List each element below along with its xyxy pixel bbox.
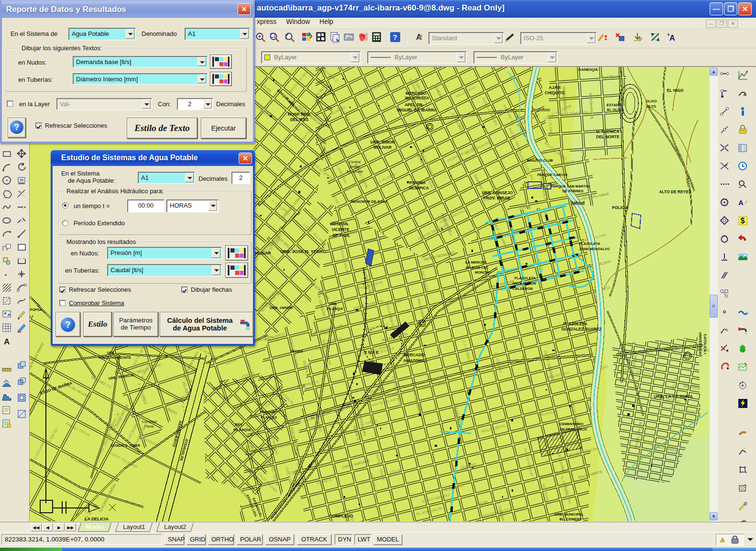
svg-text:LA DELICIA: LA DELICIA [85, 517, 109, 521]
svg-text:URB. LA VICTORIA: URB. LA VICTORIA [654, 394, 693, 399]
svg-text:IGLESIA CAT.: IGLESIA CAT. [466, 265, 489, 270]
svg-text:PLANQUI: PLANQUI [261, 415, 277, 419]
svg-text:AMAZONAS: AMAZONAS [403, 358, 427, 363]
svg-text:URB.: URB. [107, 351, 115, 354]
svg-text:MAYORISTA: MAYORISTA [405, 96, 429, 100]
svg-text:URB. SIMON: URB. SIMON [371, 140, 395, 144]
svg-text:PLAZOLETA: PLAZOLETA [579, 242, 601, 246]
svg-text:Complejo: Complejo [142, 419, 157, 424]
svg-text:PISCINA: PISCINA [409, 180, 426, 185]
svg-text:MONCHO: MONCHO [475, 270, 491, 275]
svg-text:BRAZOS CLUB: BRAZOS CLUB [527, 158, 553, 163]
svg-text:SECAN: SECAN [290, 349, 303, 353]
svg-text:APEL SN-: APEL SN- [405, 102, 424, 107]
svg-text:MERCADO: MERCADO [404, 353, 425, 357]
svg-text:PARQUE CARCHI: PARQUE CARCHI [537, 173, 568, 177]
svg-text:MERCADO: MERCADO [405, 91, 427, 96]
svg-text:Central: Central [349, 160, 361, 164]
svg-text:tahud: tahud [571, 200, 584, 206]
svg-text:EL HIGO: EL HIGO [667, 88, 684, 93]
svg-text:DE PORRES: DE PORRES [562, 189, 583, 193]
svg-text:POPSA: POPSA [30, 308, 42, 311]
svg-text:DEL NORTE: DEL NORTE [596, 134, 620, 139]
svg-text:URB. JOSE M. YEBRO: URB. JOSE M. YEBRO [280, 249, 326, 254]
svg-text:ESTADIO D. TOBER: ESTADIO D. TOBER [110, 444, 140, 447]
svg-text:A: A [4, 337, 10, 346]
svg-text:PARQUE SAN MARTIN: PARQUE SAN MARTIN [551, 184, 590, 188]
svg-text:UNIVERSIDAD: UNIVERSIDAD [698, 332, 702, 357]
svg-text:NUEVO HORIZONTE: NUEVO HORIZONTE [99, 356, 131, 359]
svg-text:SN FRANCISCO: SN FRANCISCO [559, 427, 587, 431]
svg-text:A: A [738, 198, 744, 207]
svg-text:GONZALEZ SUAREZ: GONZALEZ SUAREZ [561, 327, 602, 331]
svg-text:ALTO DE REYES: ALTO DE REYES [659, 189, 691, 194]
svg-text:Emelnorte: Emelnorte [347, 169, 363, 174]
svg-text:CHIQUITO: CHIQUITO [545, 90, 565, 95]
svg-text:BL. CEMENT: BL. CEMENT [559, 517, 581, 521]
svg-text:$: $ [741, 217, 745, 225]
svg-text:REGIONOR DE AJAVI: REGIONOR DE AJAVI [351, 199, 388, 204]
svg-text:?: ? [393, 33, 397, 41]
svg-text:BOLIVAR: BOLIVAR [373, 145, 392, 150]
svg-text:PARQUE: PARQUE [260, 410, 275, 414]
svg-text:DE PAUL: DE PAUL [333, 233, 351, 238]
svg-text:COMPLEJO: COMPLEJO [329, 514, 353, 518]
svg-text:PLAZOLETA: PLAZOLETA [563, 321, 587, 326]
svg-text:POLICIA: POLICIA [612, 205, 628, 210]
svg-text:EL OLIVO: EL OLIVO [607, 108, 624, 112]
svg-text:PLAZOLETA: PLAZOLETA [515, 276, 536, 280]
svg-text:CALDERON: CALDERON [513, 287, 533, 291]
svg-text:URB. JARDIN: URB. JARDIN [270, 306, 293, 310]
svg-text:Ferial: Ferial [145, 424, 154, 429]
svg-text:URB.: URB. [329, 302, 337, 306]
svg-text:URB. MUNICIPAL: URB. MUNICIPAL [554, 512, 584, 517]
svg-text:HOSP.SN.: HOSP.SN. [330, 221, 349, 226]
svg-text:!: ! [722, 538, 723, 543]
svg-text:ANTE ABDON: ANTE ABDON [512, 281, 536, 286]
svg-text:OLIMPICA: OLIMPICA [409, 186, 429, 190]
svg-text:DEL IESS: DEL IESS [290, 117, 309, 122]
svg-text:CATOLICA I.: CATOLICA I. [703, 334, 707, 355]
svg-text:Diesel: Diesel [350, 165, 360, 169]
svg-text:BEV.: BEV. [235, 422, 243, 427]
svg-text:E N F E: E N F E [364, 350, 379, 355]
svg-text:PILANQUI: PILANQUI [327, 307, 343, 311]
svg-text:LA MERCED: LA MERCED [465, 260, 487, 264]
svg-text:CEMENTERIO: CEMENTERIO [559, 422, 583, 426]
svg-text:PROV. IMBAB.: PROV. IMBAB. [483, 196, 511, 200]
svg-text:PILANQUI: PILANQUI [233, 428, 251, 432]
svg-text:ALTO: ALTO [646, 104, 656, 109]
svg-text:OLIVO: OLIVO [646, 99, 657, 103]
svg-text:AJAVI: AJAVI [549, 85, 560, 90]
svg-text:MIGUEL DE IBARRA: MIGUEL DE IBARRA [397, 108, 437, 112]
svg-text:JUAN MONTALVO: JUAN MONTALVO [579, 247, 610, 251]
svg-text:ESTADIO: ESTADIO [607, 103, 623, 107]
svg-text:URB. CONSEJO: URB. CONSEJO [482, 190, 513, 195]
svg-text:GASBOQIA: GASBOQIA [579, 67, 598, 72]
svg-text:A: A [669, 34, 675, 42]
svg-text:HOGAR: HOGAR [255, 251, 271, 255]
svg-text:U. TECNICA: U. TECNICA [596, 129, 620, 134]
svg-text:VICENTE: VICENTE [332, 227, 350, 232]
